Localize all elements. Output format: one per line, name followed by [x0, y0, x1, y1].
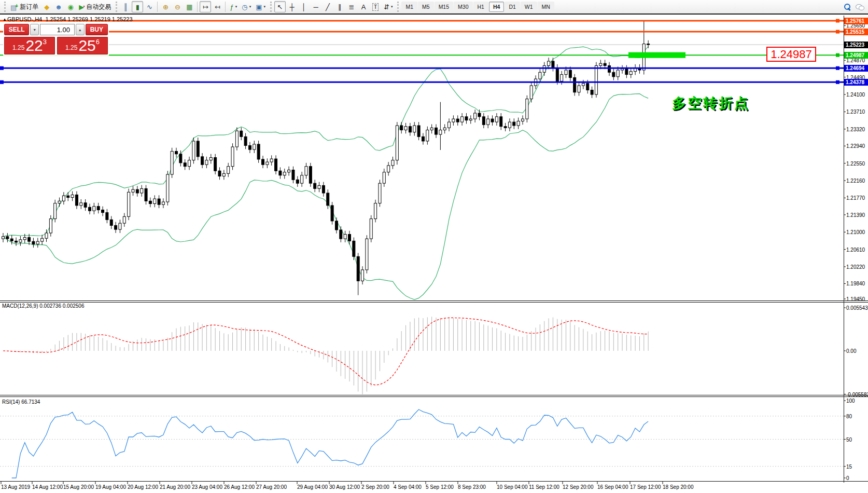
candle-body — [162, 202, 164, 204]
tf-H1-button[interactable]: H1 — [473, 2, 488, 12]
chart-title-symbol: GBPUSD-,H4 — [7, 16, 42, 22]
line-end-marker[interactable] — [836, 19, 839, 23]
autotrading-button[interactable]: ▶自动交易 — [77, 1, 113, 12]
macd-tick: 0.005543 — [846, 305, 868, 311]
toolbar-separator — [157, 2, 158, 12]
tf-M15-button[interactable]: M15 — [435, 2, 453, 12]
indicators-button[interactable]: ƒ▾ — [228, 1, 239, 12]
line-end-marker[interactable] — [836, 66, 839, 70]
candle-body — [222, 173, 225, 176]
text-label-button[interactable]: T — [370, 1, 381, 12]
candle-body — [54, 203, 57, 219]
sell-button[interactable]: SELL — [4, 24, 29, 35]
community-icon: ☻ — [55, 4, 62, 10]
crosshair-button[interactable]: ┼ — [286, 1, 298, 12]
tf-W1-button[interactable]: W1 — [521, 2, 537, 12]
candle-body — [543, 65, 545, 72]
text-button[interactable]: A — [358, 1, 369, 12]
candle-body — [469, 119, 472, 120]
line-chart-button[interactable]: ∿ — [144, 1, 155, 12]
candle-body — [106, 213, 108, 220]
candle-body — [175, 152, 178, 154]
line-end-marker[interactable] — [0, 66, 4, 70]
mt4-terminal-window: ▤新订单◆☻◉▶自动交易║▮∿⊕⊖▦↦↤ƒ▾◷▾▣▾↖┼│─╱∥≣AT⇵▾M1M… — [0, 0, 868, 493]
candle-body — [322, 185, 325, 193]
candle-body — [396, 126, 398, 160]
macd-tick: -0.005583 — [846, 392, 868, 398]
candle-body — [439, 130, 442, 135]
horizontal-line-button[interactable]: ─ — [310, 1, 321, 12]
tf-H4-button[interactable]: H4 — [489, 2, 504, 12]
zoom-out-icon: ⊖ — [175, 4, 180, 10]
zoom-in-button[interactable]: ⊕ — [160, 1, 171, 12]
chat-button[interactable] — [853, 1, 866, 12]
community-button[interactable]: ☻ — [53, 1, 64, 12]
tile-windows-button[interactable]: ▦ — [184, 1, 195, 12]
candle-body — [32, 241, 35, 244]
price-callout-box[interactable]: 1.24987 — [766, 47, 816, 62]
sell-price-button[interactable]: 1.25 22 3 — [4, 37, 55, 54]
line-end-marker[interactable] — [0, 80, 4, 84]
line-end-marker[interactable] — [836, 80, 839, 84]
toolbar-grip — [397, 2, 399, 12]
candle-body — [58, 201, 61, 203]
new-order-button[interactable]: ▤新订单 — [8, 1, 40, 12]
volume-decrease-button[interactable]: ▼ — [30, 24, 39, 35]
auto-scroll-button[interactable]: ↦ — [200, 1, 211, 12]
equidistant-channel-button[interactable]: ∥ — [334, 1, 345, 12]
arrows-button[interactable]: ⇵▾ — [382, 1, 395, 12]
candle-body — [62, 196, 65, 201]
vertical-line-button[interactable]: │ — [298, 1, 310, 12]
candle-body — [586, 84, 589, 90]
time-label: 23 Aug 04:00 — [192, 484, 222, 490]
zoom-out-button[interactable]: ⊖ — [172, 1, 183, 12]
chart-shift-button[interactable]: ↤ — [212, 1, 223, 12]
candle-body — [340, 230, 342, 239]
chart-plot-area[interactable] — [0, 0, 868, 493]
fibonacci-button[interactable]: ≣ — [346, 1, 357, 12]
bar-chart-button[interactable]: ║ — [120, 1, 131, 12]
price-tick: 1.19840 — [846, 281, 865, 286]
candle-body — [500, 117, 502, 127]
line-price-label: 1.25515 — [844, 29, 868, 35]
volume-increase-button[interactable]: ▲ — [76, 24, 85, 35]
time-label: 17 Sep 12:00 — [630, 484, 661, 490]
candle-body — [625, 69, 628, 74]
candle-body — [391, 160, 394, 166]
signals-button[interactable]: ◉ — [65, 1, 76, 12]
metaeditor-button[interactable]: ◆ — [41, 1, 52, 12]
tf-M1-button[interactable]: M1 — [401, 2, 417, 12]
time-axis[interactable]: 13 Aug 201914 Aug 12:0015 Aug 20:0019 Au… — [0, 484, 844, 493]
buy-price-main: 25 — [78, 38, 95, 53]
buy-price-button[interactable]: 1.25 25 6 — [57, 37, 108, 54]
tf-D1-button[interactable]: D1 — [505, 2, 520, 12]
candle-body — [357, 256, 359, 281]
line-end-marker[interactable] — [836, 53, 839, 57]
time-label: 30 Aug 12:00 — [329, 484, 360, 490]
tf-M5-button[interactable]: M5 — [418, 2, 434, 12]
time-label: 14 Aug 12:00 — [32, 484, 63, 490]
candle-body — [474, 113, 477, 119]
candlestick-chart-button[interactable]: ▮ — [132, 1, 143, 12]
candle-body — [335, 221, 338, 230]
candle-body — [327, 193, 329, 206]
search-button[interactable] — [842, 1, 853, 12]
candle-body — [128, 192, 130, 216]
periods-button[interactable]: ◷▾ — [240, 1, 253, 12]
templates-button[interactable]: ▣▾ — [254, 1, 268, 12]
buy-button[interactable]: BUY — [86, 24, 108, 35]
candle-body — [145, 188, 147, 201]
volume-input[interactable] — [40, 24, 75, 35]
candle-body — [270, 159, 273, 162]
sell-price-prefix: 1.25 — [12, 43, 24, 53]
line-end-marker[interactable] — [836, 30, 839, 34]
signals-icon: ◉ — [67, 4, 73, 10]
tf-M30-button[interactable]: M30 — [454, 2, 472, 12]
support-zone-rectangle[interactable] — [628, 52, 685, 58]
price-scale[interactable]: 1.256501.248701.244901.241001.237101.233… — [844, 16, 868, 493]
time-label: 5 Sep 12:00 — [426, 484, 454, 490]
trendline-button[interactable]: ╱ — [322, 1, 333, 12]
tf-MN-button[interactable]: MN — [538, 2, 554, 12]
time-label: 26 Aug 12:00 — [224, 484, 255, 490]
cursor-button[interactable]: ↖ — [274, 1, 286, 12]
